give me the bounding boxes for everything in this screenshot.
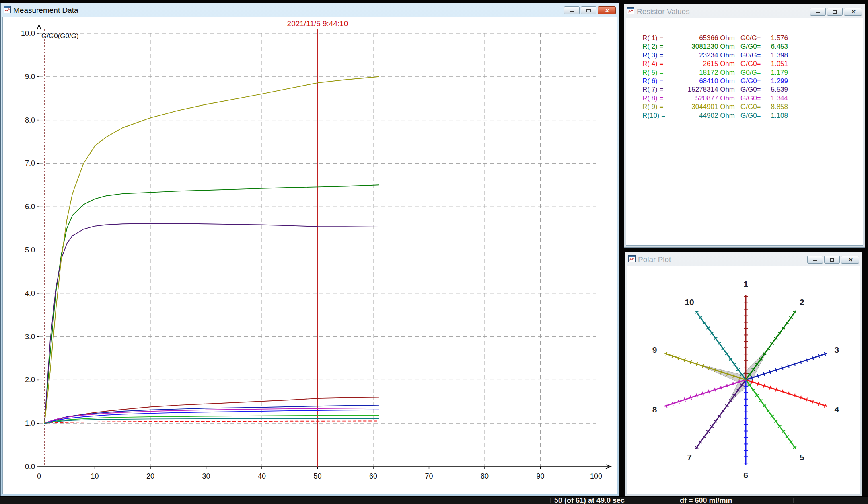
status-bar: 50 (of 61) at 49.0 sec df = 600 ml/min [0,496,868,504]
close-button[interactable] [844,8,862,16]
status-divider [550,498,551,503]
polar-axis-label: 9 [652,345,657,354]
ratio-value: 1.299 [764,77,788,85]
close-button[interactable] [598,6,616,14]
polar-axis-label: 7 [687,453,692,462]
polar-plot-chart: 12345678910 [627,266,860,494]
resistor-label: R( 7) = [642,85,674,94]
ratio-value: 1.344 [764,94,788,102]
svg-text:2021/11/5 9:44:10: 2021/11/5 9:44:10 [287,19,348,28]
app-icon [627,7,634,16]
resistor-label: R( 6) = [642,77,674,85]
polar-plot-svg: 12345678910 [627,266,860,494]
ratio-value: 5.539 [764,85,788,94]
resistor-row: R( 2) =3081230 OhmG/G0=6.453 [642,42,863,51]
svg-text:60: 60 [369,472,377,480]
ratio-label: G/G0= [735,102,764,111]
close-icon [848,257,852,263]
polar-axis-label: 3 [835,345,839,354]
resistor-titlebar[interactable]: Resistor Values [625,6,864,18]
measurement-chart[interactable]: 0.01.02.03.04.05.06.07.08.09.010.0010203… [2,17,617,494]
ratio-label: G/G0= [735,59,764,68]
measurement-window: Measurement Data 0.01.02.03.04.05.06.07.… [0,3,619,496]
svg-text:20: 20 [146,472,154,480]
window-controls [807,256,859,264]
resistor-value: 520877 Ohm [674,94,735,102]
svg-text:10.0: 10.0 [21,29,35,37]
resistor-label: R( 9) = [642,102,674,111]
svg-text:4.0: 4.0 [25,289,35,297]
status-divider [793,498,794,503]
svg-text:40: 40 [258,472,266,480]
maximize-button[interactable] [827,8,843,16]
polar-titlebar[interactable]: Polar Plot [627,254,861,266]
resistor-label: R( 3) = [642,51,674,59]
resistor-list: R( 1) =65366 OhmG0/G=1.576R( 2) =3081230… [626,18,863,246]
resistor-row: R(10) =44902 OhmG/G0=1.108 [642,111,863,120]
minimize-icon [816,12,820,13]
svg-text:0: 0 [37,472,41,480]
resistor-row: R( 3) =23234 OhmG0/G=1.398 [642,51,863,59]
ratio-label: G0/G= [735,51,764,59]
minimize-button[interactable] [807,256,823,264]
minimize-button[interactable] [564,6,580,14]
status-progress: 50 (of 61) at 49.0 sec [554,497,625,504]
resistor-value: 68410 Ohm [674,77,735,85]
svg-text:90: 90 [536,472,544,480]
resistor-value: 23234 Ohm [674,51,735,59]
ratio-label: G/G0= [735,42,764,51]
resistor-label: R( 8) = [642,94,674,102]
resistor-values-window: Resistor Values R( 1) =65366 OhmG0/G=1.5… [624,4,865,248]
svg-text:7.0: 7.0 [25,159,35,167]
resistor-label: R( 5) = [642,68,674,77]
resistor-label: R( 1) = [642,34,674,42]
resistor-value: 3081230 Ohm [674,42,735,51]
close-button[interactable] [841,256,859,264]
ratio-value: 1.179 [764,68,788,77]
status-flow: df = 600 ml/min [680,497,732,504]
maximize-icon [830,258,834,262]
resistor-row: R( 4) =2615 OhmG/G0=1.051 [642,59,863,68]
app-icon [628,255,636,264]
minimize-icon [570,11,574,12]
polar-axis-label: 6 [743,471,748,480]
resistor-row: R( 7) =15278314 OhmG/G0=5.539 [642,85,863,94]
svg-text:1.0: 1.0 [25,419,35,427]
polar-axis-label: 8 [652,405,657,414]
svg-text:0.0: 0.0 [25,463,35,471]
ratio-value: 1.108 [764,111,788,120]
window-controls [810,8,862,16]
minimize-button[interactable] [810,8,826,16]
resistor-value: 15278314 Ohm [674,85,735,94]
ratio-label: G/G0= [735,85,764,94]
ratio-label: G0/G= [735,68,764,77]
resistor-label: R( 4) = [642,59,674,68]
svg-text:5.0: 5.0 [25,246,35,254]
maximize-button[interactable] [581,6,596,14]
maximize-button[interactable] [824,256,840,264]
maximize-icon [586,9,591,12]
resistor-label: R(10) = [642,111,674,120]
svg-text:100: 100 [590,472,602,480]
status-divider [675,498,675,503]
ratio-value: 8.858 [764,102,788,111]
close-icon [851,9,855,15]
resistor-value: 18172 Ohm [674,68,735,77]
measurement-titlebar[interactable]: Measurement Data [2,4,617,16]
window-controls [564,6,616,14]
polar-axis-label: 5 [800,453,804,462]
resistor-value: 65366 Ohm [674,34,735,42]
resistor-value: 3044901 Ohm [674,102,735,111]
app-icon [4,6,11,15]
ratio-value: 1.398 [764,51,788,59]
svg-text:2.0: 2.0 [25,376,35,384]
maximize-icon [833,10,837,14]
resistor-value: 44902 Ohm [674,111,735,120]
resistor-row: R( 6) =68410 OhmG/G0=1.299 [642,77,863,85]
svg-text:9.0: 9.0 [25,73,35,81]
svg-text:80: 80 [481,472,489,480]
polar-axis-label: 4 [835,405,839,414]
polar-axis-label: 10 [685,297,694,307]
polar-title: Polar Plot [638,255,671,264]
resistor-label: R( 2) = [642,42,674,51]
